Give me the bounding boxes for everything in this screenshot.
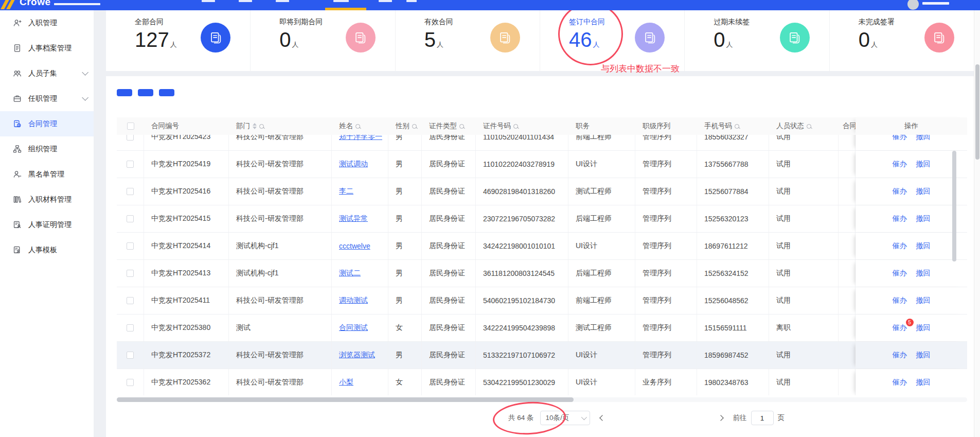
page-number[interactable]	[682, 411, 695, 425]
withdraw-link[interactable]: 撤回	[916, 214, 931, 223]
sidebar-item[interactable]: 组织管理	[0, 136, 94, 162]
select-all-checkbox[interactable]	[127, 123, 134, 130]
withdraw-link[interactable]: 撤回	[916, 323, 931, 333]
page-size-select[interactable]: 10条/页	[540, 411, 590, 425]
page-number[interactable]	[695, 411, 708, 425]
withdraw-link[interactable]: 撤回	[916, 296, 931, 305]
stat-card[interactable]: 全部合同 127人	[106, 10, 250, 71]
withdraw-link[interactable]: 撤回	[916, 351, 931, 360]
page-number[interactable]	[668, 411, 682, 425]
toolbar-button[interactable]	[138, 89, 153, 96]
topnav-item-fragment[interactable]	[379, 0, 392, 2]
row-checkbox[interactable]	[127, 161, 134, 168]
search-icon[interactable]	[513, 124, 518, 129]
column-header[interactable]: 职务	[568, 121, 635, 131]
urge-link[interactable]: 催办	[893, 351, 907, 360]
horizontal-scrollbar-thumb[interactable]	[117, 397, 574, 402]
urge-link[interactable]: 催办	[893, 269, 907, 278]
stat-card[interactable]: 签订中合同 46人	[540, 10, 684, 71]
search-icon[interactable]	[259, 124, 264, 129]
page-number[interactable]	[615, 411, 628, 425]
row-checkbox[interactable]	[127, 297, 134, 304]
sidebar-item[interactable]: 黑名单管理	[0, 162, 94, 187]
row-checkbox[interactable]	[127, 270, 134, 277]
urge-link[interactable]: 催办	[893, 378, 907, 387]
topnav-item-fragment[interactable]	[239, 0, 252, 2]
row-checkbox[interactable]	[127, 324, 134, 331]
topnav-item-fragment[interactable]	[406, 0, 417, 2]
topnav-item-fragment[interactable]	[202, 0, 215, 2]
employee-name-link[interactable]: ccctwelve	[339, 242, 370, 250]
row-checkbox[interactable]	[127, 188, 134, 195]
employee-name-link[interactable]: 合同测试	[339, 323, 368, 333]
sidebar-item[interactable]: 人事证明管理	[0, 212, 94, 237]
row-checkbox[interactable]	[127, 215, 134, 222]
toolbar-button[interactable]	[159, 89, 174, 96]
prev-page-button[interactable]	[596, 412, 609, 424]
stat-card[interactable]: 即将到期合同 0人	[250, 10, 395, 71]
avatar[interactable]	[907, 0, 919, 10]
page-scrollbar-thumb[interactable]	[975, 64, 979, 160]
stat-card[interactable]: 未完成签署 0人	[829, 10, 974, 71]
withdraw-link[interactable]: 撤回	[916, 187, 931, 196]
toolbar-button[interactable]	[117, 89, 132, 96]
page-number[interactable]	[655, 411, 668, 425]
page-number[interactable]	[642, 411, 655, 425]
column-header[interactable]: 合同	[839, 121, 856, 131]
urge-link[interactable]: 催办	[893, 296, 907, 305]
sidebar-item[interactable]: 入职管理	[0, 10, 94, 36]
row-checkbox[interactable]	[127, 379, 134, 386]
search-icon[interactable]	[355, 124, 360, 129]
withdraw-link[interactable]: 撤回	[916, 135, 931, 142]
column-header[interactable]: 性别	[388, 121, 422, 131]
row-checkbox[interactable]	[127, 135, 134, 141]
withdraw-link[interactable]: 撤回	[916, 269, 931, 278]
goto-page-input[interactable]	[751, 411, 774, 425]
employee-name-link[interactable]: 小梨	[339, 378, 353, 387]
table-vertical-scrollbar-thumb[interactable]	[952, 151, 956, 261]
search-icon[interactable]	[735, 124, 739, 129]
urge-link[interactable]: 催办	[893, 241, 907, 251]
employee-name-link[interactable]: 李二	[339, 187, 353, 196]
sort-icon[interactable]	[253, 123, 257, 129]
column-header[interactable]: 部门	[229, 121, 332, 131]
search-icon[interactable]	[459, 124, 464, 129]
column-header[interactable]: 人员状态	[769, 121, 839, 131]
urge-link[interactable]: 催办	[893, 160, 907, 169]
employee-name-link[interactable]: 测试异常	[339, 214, 368, 223]
stat-card[interactable]: 有效合同 5人	[395, 10, 540, 71]
sidebar-item[interactable]: 入职材料管理	[0, 187, 94, 212]
withdraw-link[interactable]: 撤回	[916, 241, 931, 251]
withdraw-link[interactable]: 撤回	[916, 378, 931, 387]
urge-link[interactable]: 催办	[893, 214, 907, 223]
sidebar-item[interactable]: 人员子集	[0, 61, 94, 86]
topnav-item-fragment[interactable]	[333, 0, 349, 2]
row-checkbox[interactable]	[127, 352, 134, 359]
page-number[interactable]	[628, 411, 642, 425]
topnav-item-fragment[interactable]	[276, 0, 289, 2]
column-header[interactable]: 职级序列	[635, 121, 697, 131]
urge-link[interactable]: 催办5	[893, 323, 907, 333]
search-icon[interactable]	[412, 124, 417, 129]
row-checkbox[interactable]	[127, 242, 134, 250]
column-header[interactable]: 姓名	[332, 121, 388, 131]
sidebar-item[interactable]: 人事档案管理	[0, 36, 94, 61]
column-header[interactable]: 证件类型	[422, 121, 476, 131]
employee-name-link[interactable]: 浏览器测试	[339, 351, 375, 360]
next-page-button[interactable]	[715, 412, 727, 424]
employee-name-link[interactable]: 测试二	[339, 269, 361, 278]
sidebar-item[interactable]: 合同管理	[0, 111, 94, 136]
search-icon[interactable]	[807, 124, 811, 129]
stat-card[interactable]: 过期未续签 0人	[684, 10, 829, 71]
sidebar-item[interactable]: 人事模板	[0, 237, 94, 263]
column-header[interactable]: 合同编号	[144, 121, 229, 131]
employee-name-link[interactable]: 测试调动	[339, 160, 368, 169]
employee-name-link[interactable]: 调动测试	[339, 296, 368, 305]
column-header[interactable]: 手机号码	[697, 121, 769, 131]
employee-name-link[interactable]: 郑于洋李零一	[339, 135, 382, 142]
sidebar-item[interactable]: 任职管理	[0, 86, 94, 111]
withdraw-link[interactable]: 撤回	[916, 160, 931, 169]
column-header[interactable]: 证件号码	[476, 121, 568, 131]
urge-link[interactable]: 催办	[893, 187, 907, 196]
column-header[interactable]: 操作	[856, 117, 967, 135]
